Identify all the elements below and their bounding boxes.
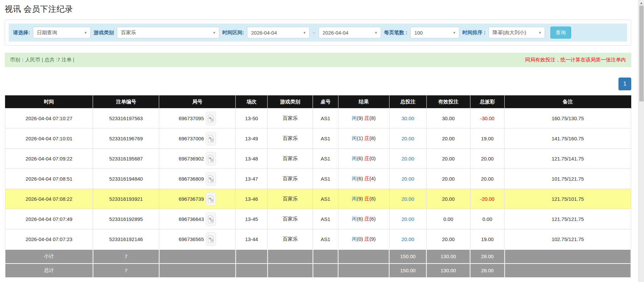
cell-total_bet: 20.00 (389, 189, 426, 209)
video-replay-button[interactable] (206, 152, 216, 166)
video-replay-icon (208, 155, 214, 163)
summary-bar: 币别：人民币 | 总共 :7 注单 | 同局有效投注，统一计算在该局第一张注单内 (5, 53, 631, 67)
table-body: 2026-04-04 07:10:27523316197563696737095… (5, 108, 631, 249)
date-to-select[interactable]: 2026-04-04 ▼ (319, 27, 381, 38)
subtotal-row: 小计7150.00130.0028.00 (5, 249, 631, 264)
footer-cell-empty (505, 264, 631, 278)
result-banker-label: 庄 (364, 155, 369, 161)
footer-cell-empty (505, 249, 631, 264)
query-button[interactable]: 查询 (550, 27, 571, 39)
video-replay-button[interactable] (206, 172, 216, 186)
vertical-scrollbar[interactable]: ▲ (638, 0, 644, 282)
result-banker-value: (8) (369, 115, 375, 121)
scroll-up-arrow-icon[interactable]: ▲ (639, 0, 644, 6)
video-replay-button[interactable] (206, 132, 216, 145)
result-banker-label: 庄 (364, 216, 369, 222)
round-id-wrap: 696736643 (159, 213, 235, 226)
table-footer: 小计7150.00130.0028.00总计7150.00130.0028.00 (5, 249, 631, 278)
chevron-down-icon: ▼ (453, 31, 456, 35)
video-replay-button[interactable] (206, 232, 216, 246)
footer-cell-empty (268, 249, 313, 264)
filter-bar: 请选择: 日期查询 ▼ 游戏类别 百家乐 ▼ 时间区间: 2026-04-04 … (9, 23, 627, 42)
summary-text: 币别：人民币 | 总共 :7 注单 | (10, 57, 74, 63)
cell-time: 2026-04-04 07:09:22 (5, 149, 93, 169)
footer-cell-empty (338, 249, 389, 264)
cell-result: 闲(0) 庄(9) (338, 229, 389, 249)
date-from-select[interactable]: 2026-04-04 ▼ (247, 27, 310, 38)
chevron-down-icon: ▼ (303, 31, 306, 35)
round-id-value: 696736643 (179, 216, 204, 222)
page-size-value: 100 (414, 30, 423, 36)
video-replay-button[interactable] (206, 112, 216, 125)
cell-round_id: 696737006 (159, 129, 236, 149)
result-banker-value: (6) (369, 216, 375, 222)
result-player-value: (0) (357, 236, 363, 242)
cell-round_id: 696736809 (159, 169, 236, 189)
cell-bet_id: 523316192146 (93, 229, 159, 249)
result-player-label: 闲 (352, 135, 357, 141)
cell-game: 百家乐 (268, 209, 313, 229)
result-player-label: 闲 (352, 196, 357, 201)
result-banker-value: (4) (369, 176, 375, 181)
cell-table_no: AS1 (313, 108, 338, 129)
cell-time: 2026-04-04 07:08:22 (5, 189, 93, 209)
cell-table_no: AS1 (313, 149, 338, 169)
cell-game: 百家乐 (268, 169, 313, 189)
cell-payout: 19.00 (470, 229, 505, 249)
cell-round_id: 696736643 (159, 209, 236, 229)
round-id-wrap: 696737095 (159, 112, 235, 125)
round-id-value: 696736565 (179, 236, 204, 242)
cell-session: 13-47 (236, 169, 268, 189)
cell-game: 百家乐 (268, 129, 313, 149)
page-1-button[interactable]: 1 (618, 78, 631, 90)
round-id-wrap: 696736809 (159, 172, 235, 186)
main-content: 视讯 会员下注纪录 请选择: 日期查询 ▼ 游戏类别 百家乐 ▼ 时间区间: 2… (5, 0, 631, 278)
cell-result: 闲(9) 庄(8) (338, 108, 389, 129)
game-type-select[interactable]: 百家乐 ▼ (117, 27, 219, 38)
footer-cell-empty (236, 264, 268, 278)
result-player-value: (1) (357, 135, 363, 141)
cell-table_no: AS1 (313, 209, 338, 229)
result-banker-value: (8) (369, 135, 375, 141)
cell-time: 2026-04-04 07:10:01 (5, 129, 93, 149)
round-id-wrap: 696736565 (159, 232, 235, 246)
video-replay-icon (208, 114, 214, 123)
time-range-label: 时间区间: (222, 30, 244, 36)
footer-cell-count: 7 (93, 249, 159, 264)
video-replay-button[interactable] (206, 213, 216, 226)
time-sort-select[interactable]: 降幂(由大到小) ▼ (489, 27, 545, 38)
cell-payout: 20.00 (470, 169, 505, 189)
query-mode-select[interactable]: 日期查询 ▼ (33, 27, 91, 38)
col-header-time: 时间 (5, 96, 93, 108)
col-header-table_no: 桌号 (313, 96, 338, 108)
col-header-round_id: 局号 (159, 96, 236, 108)
scrollbar-thumb[interactable] (639, 6, 644, 101)
result-banker-label: 庄 (364, 176, 369, 181)
footer-cell-total_bet: 150.00 (389, 249, 426, 264)
page-size-select[interactable]: 100 ▼ (410, 27, 459, 38)
video-replay-icon (208, 135, 214, 143)
round-id-value: 696737095 (179, 115, 204, 121)
chevron-down-icon: ▼ (84, 31, 87, 35)
result-banker-value: (8) (369, 196, 375, 201)
cell-bet_id: 523316193921 (93, 189, 159, 209)
time-sort-label: 时间排序 : (462, 30, 486, 36)
video-replay-button[interactable] (206, 192, 216, 206)
round-id-wrap: 696736902 (159, 152, 235, 166)
cell-valid_bet: 0.00 (426, 209, 470, 229)
col-header-payout: 总派彩 (470, 96, 505, 108)
cell-remark: 121.75/101.75 (505, 189, 631, 209)
cell-total_bet: 20.00 (389, 129, 426, 149)
footer-cell-empty (338, 264, 389, 278)
video-replay-icon (208, 215, 214, 223)
round-id-value: 696736809 (179, 176, 204, 182)
cell-result: 闲(1) 庄(8) (338, 129, 389, 149)
cell-payout: -20.00 (470, 189, 505, 209)
footer-cell-payout: 28.00 (470, 249, 505, 264)
header-row: 时间注单编号局号场次游戏类别桌号结果总投注有效投注总派彩备注 (5, 96, 631, 108)
cell-remark: 121.75/141.75 (505, 149, 631, 169)
table-row: 2026-04-04 07:08:51523316194840696736809… (5, 169, 631, 189)
cell-total_bet: 20.00 (389, 229, 426, 249)
cell-table_no: AS1 (313, 229, 338, 249)
cell-session: 13-44 (236, 229, 268, 249)
